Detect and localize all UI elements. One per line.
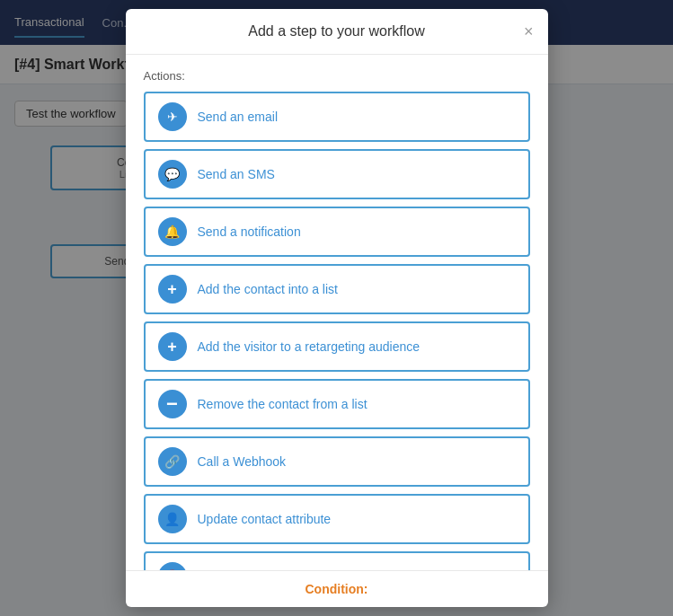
- action-add-visitor-retargeting[interactable]: + Add the visitor to a retargeting audie…: [144, 321, 530, 372]
- blacklist-contact-icon: 🚫: [158, 562, 187, 570]
- modal-footer: Condition:: [126, 570, 548, 607]
- call-webhook-label: Call a Webhook: [198, 454, 287, 469]
- action-call-webhook[interactable]: 🔗 Call a Webhook: [144, 436, 530, 487]
- send-sms-label: Send an SMS: [198, 167, 275, 181]
- modal-title: Add a step to your workflow: [248, 23, 425, 40]
- update-contact-label: Update contact attribute: [198, 512, 332, 526]
- add-visitor-retargeting-icon: +: [158, 332, 187, 361]
- action-list: ✈ Send an email 💬 Send an SMS 🔔 Send a n…: [144, 92, 530, 570]
- update-contact-icon: 👤: [158, 505, 187, 533]
- add-step-modal: Add a step to your workflow × Actions: ✈…: [126, 9, 548, 607]
- action-send-email[interactable]: ✈ Send an email: [144, 92, 530, 142]
- modal-overlay: Add a step to your workflow × Actions: ✈…: [0, 0, 673, 616]
- remove-contact-list-label: Remove the contact from a list: [198, 397, 367, 411]
- remove-contact-list-icon: −: [158, 390, 187, 418]
- modal-header: Add a step to your workflow ×: [126, 9, 548, 55]
- add-contact-list-icon: +: [158, 275, 187, 304]
- action-add-contact-list[interactable]: + Add the contact into a list: [144, 264, 530, 314]
- condition-label: Condition:: [306, 582, 368, 596]
- send-notification-icon: 🔔: [158, 217, 187, 246]
- send-email-label: Send an email: [198, 110, 279, 124]
- action-remove-contact-list[interactable]: − Remove the contact from a list: [144, 379, 530, 429]
- send-email-icon: ✈: [158, 102, 187, 131]
- actions-section-label: Actions:: [144, 69, 530, 83]
- modal-close-button[interactable]: ×: [524, 23, 534, 40]
- call-webhook-icon: 🔗: [158, 447, 187, 476]
- send-notification-label: Send a notification: [198, 224, 301, 239]
- send-sms-icon: 💬: [158, 160, 187, 189]
- action-blacklist-contact[interactable]: 🚫 Blacklist a contact: [144, 551, 530, 570]
- action-send-sms[interactable]: 💬 Send an SMS: [144, 149, 530, 199]
- action-update-contact[interactable]: 👤 Update contact attribute: [144, 494, 530, 544]
- action-send-notification[interactable]: 🔔 Send a notification: [144, 207, 530, 257]
- modal-body: Actions: ✈ Send an email 💬 Send an SMS 🔔…: [126, 55, 548, 570]
- add-contact-list-label: Add the contact into a list: [198, 282, 338, 296]
- add-visitor-retargeting-label: Add the visitor to a retargeting audienc…: [198, 339, 421, 354]
